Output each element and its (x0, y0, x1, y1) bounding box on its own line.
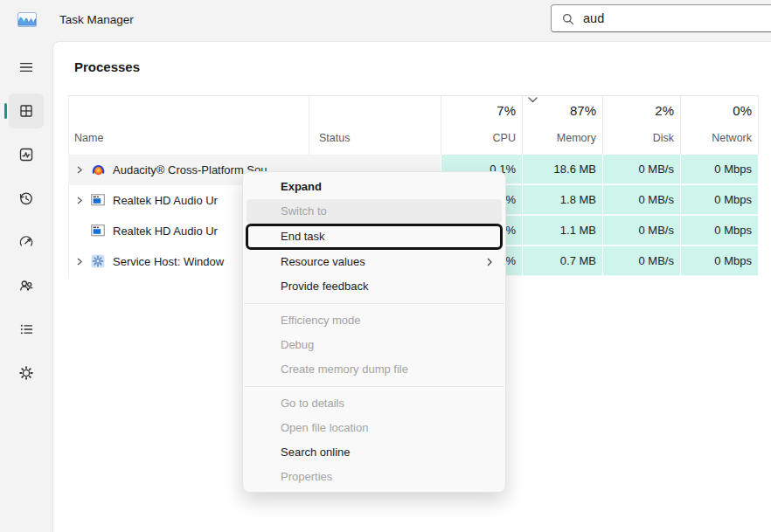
column-header-memory[interactable]: Memory (522, 132, 596, 144)
sidebar-item-startup-apps[interactable] (9, 225, 44, 259)
hamburger-icon (18, 59, 34, 75)
column-header-network[interactable]: Network (680, 132, 752, 144)
memory-total-value[interactable]: 87% (522, 103, 596, 118)
network-cell: 0 Mbps (680, 216, 758, 245)
column-header-status[interactable]: Status (319, 132, 350, 144)
menu-item-efficiency-mode: Efficiency mode (243, 308, 505, 333)
expand-chevron-icon[interactable] (75, 257, 84, 266)
users-icon (18, 278, 34, 294)
search-icon (562, 13, 574, 25)
menu-item-expand[interactable]: Expand (243, 175, 505, 199)
audacity-icon (91, 162, 106, 177)
context-menu: Expand Switch to End task Resource value… (242, 171, 506, 493)
menu-item-search-online[interactable]: Search online (243, 440, 505, 465)
menu-item-open-file-location: Open file location (243, 416, 505, 440)
processes-icon (18, 103, 34, 119)
expand-chevron-icon[interactable] (75, 196, 84, 205)
menu-item-properties: Properties (243, 465, 505, 489)
details-list-icon (18, 321, 34, 337)
gear-icon (18, 365, 34, 381)
menu-item-go-to-details: Go to details (243, 391, 505, 416)
network-cell: 0 Mbps (680, 246, 758, 276)
network-cell: 0 Mbps (680, 185, 758, 215)
gridline (758, 95, 759, 155)
sidebar-hamburger-button[interactable] (9, 50, 44, 85)
sidebar-item-processes[interactable] (9, 93, 44, 128)
titlebar: Task Manager (0, 0, 771, 40)
sort-descending-icon (528, 97, 538, 103)
expand-chevron-icon[interactable] (75, 165, 84, 175)
memory-cell: 1.8 MB (522, 185, 602, 215)
search-input[interactable] (583, 5, 732, 31)
menu-item-provide-feedback[interactable]: Provide feedback (243, 274, 505, 299)
column-header-cpu[interactable]: CPU (441, 132, 516, 144)
memory-cell: 18.6 MB (522, 155, 602, 184)
menu-item-resource-values[interactable]: Resource values (243, 250, 505, 274)
sidebar-item-services[interactable] (9, 356, 44, 390)
memory-cell: 1.1 MB (522, 216, 602, 245)
sidebar-item-users[interactable] (9, 268, 44, 303)
sidebar-item-app-history[interactable] (9, 181, 44, 216)
performance-icon (18, 147, 34, 162)
menu-item-create-memory-dump-file: Create memory dump file (243, 357, 505, 382)
menu-separator (244, 386, 504, 387)
sidebar (0, 40, 52, 532)
menu-item-debug: Debug (243, 333, 505, 357)
menu-item-switch-to: Switch to (247, 199, 502, 224)
network-cell: 0 Mbps (680, 155, 758, 184)
column-header-disk[interactable]: Disk (602, 132, 674, 144)
gauge-icon (18, 234, 34, 250)
menu-item-label: Resource values (281, 255, 365, 268)
search-box[interactable] (551, 4, 771, 32)
selected-accent-pill (4, 103, 7, 119)
cpu-total-value[interactable]: 7% (441, 103, 516, 118)
submenu-chevron-icon (486, 257, 493, 267)
app-title: Task Manager (59, 0, 134, 40)
realtek-icon (91, 224, 105, 238)
memory-cell: 0.7 MB (522, 246, 602, 276)
sidebar-item-performance[interactable] (9, 137, 44, 172)
network-total-value[interactable]: 0% (680, 103, 752, 118)
menu-separator (244, 303, 504, 304)
disk-total-value[interactable]: 2% (602, 103, 674, 118)
disk-cell: 0 MB/s (602, 155, 680, 184)
disk-cell: 0 MB/s (602, 246, 680, 276)
history-icon (18, 190, 34, 206)
menu-item-end-task[interactable]: End task (246, 224, 503, 250)
disk-cell: 0 MB/s (602, 185, 680, 215)
realtek-icon (91, 193, 105, 207)
task-manager-app-icon (17, 12, 37, 27)
disk-cell: 0 MB/s (602, 216, 680, 245)
sidebar-item-details[interactable] (9, 312, 44, 347)
service-gear-icon (91, 254, 105, 268)
page-title: Processes (74, 59, 140, 74)
table-top-border (68, 95, 758, 96)
column-header-name[interactable]: Name (74, 132, 103, 144)
